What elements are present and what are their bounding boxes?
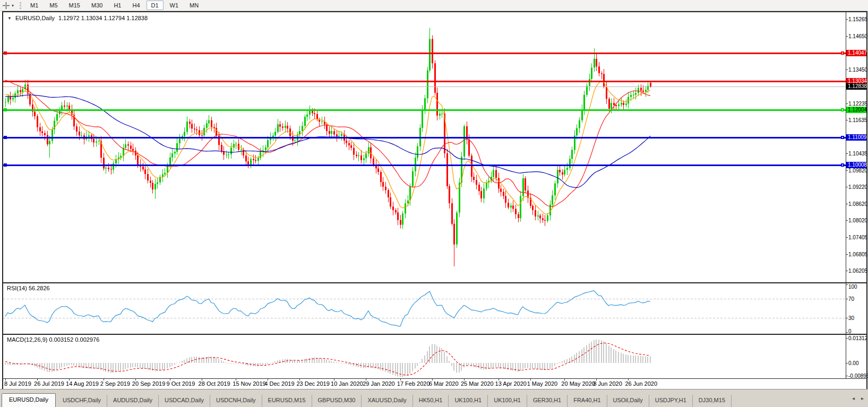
price-tick-mark <box>846 70 848 70</box>
rsi-canvas[interactable] <box>3 283 846 334</box>
rsi-tick-mark <box>846 318 848 318</box>
date-label: 26 Jul 2019 <box>34 380 64 387</box>
date-label: 2 Sep 2019 <box>100 380 130 387</box>
rsi-header: RSI(14) 56.2826 <box>7 285 50 291</box>
timeframe-button-m5[interactable]: M5 <box>45 1 62 10</box>
price-tick-label: 1.09220 <box>848 184 867 190</box>
price-chart-canvas[interactable] <box>3 12 846 282</box>
top-toolbar: ▾ M1M5M15M30H1H4D1W1MN <box>0 0 868 11</box>
price-tick-mark <box>846 271 848 271</box>
chart-tab-audusd-daily[interactable]: AUDUSD,Daily <box>107 395 159 407</box>
price-line-label: 1.11009 <box>846 134 866 141</box>
chart-window: ▼ EURUSD,Daily 1.12972 1.13034 1.12794 1… <box>2 11 867 389</box>
macd-tick-label: 0.01312 <box>848 335 867 341</box>
timeframe-button-m15[interactable]: M15 <box>64 1 85 10</box>
rsi-tick-mark <box>846 284 848 285</box>
price-tick-mark <box>846 204 848 204</box>
date-label: 20 Sep 2019 <box>132 380 165 387</box>
timeframe-buttons: M1M5M15M30H1H4D1W1MN <box>25 1 203 10</box>
date-label: 10 Jan 2020 <box>331 380 363 387</box>
symbol-label: EURUSD,Daily <box>15 15 55 21</box>
price-line-label: 1.12004 <box>846 107 866 113</box>
price-tick-mark <box>846 19 848 20</box>
rsi-tick-label: 70 <box>848 296 854 302</box>
macd-pane: MACD(12,26,9) 0.003152 0.002976 0.013120… <box>3 334 866 378</box>
rsi-tick-mark <box>846 299 848 299</box>
chart-tab-uk100-h1[interactable]: UK100,H1 <box>449 395 488 407</box>
chart-tab-gbpusd-m30[interactable]: GBPUSD,M30 <box>312 395 362 407</box>
timeframe-button-h1[interactable]: H1 <box>109 1 126 10</box>
date-label: 8 Jun 2020 <box>593 380 622 387</box>
price-tick-mark <box>846 153 848 154</box>
chart-tab-ger30-h1[interactable]: GER30,H1 <box>527 395 568 407</box>
chart-tab-uk100-h1[interactable]: UK100,H1 <box>488 395 527 407</box>
timeframe-button-m30[interactable]: M30 <box>87 1 107 10</box>
price-tick-label: 1.12235 <box>848 100 867 106</box>
chart-tab-usoil-daily[interactable]: USOil,Daily <box>607 395 649 407</box>
price-tick-label: 1.10435 <box>848 150 867 156</box>
chart-tab-fra40-h1[interactable]: FRA40,H1 <box>568 395 607 407</box>
price-pane: ▼ EURUSD,Daily 1.12972 1.13034 1.12794 1… <box>3 12 866 282</box>
date-label: 8 Jul 2019 <box>4 380 31 387</box>
chart-tab-dj30-m15[interactable]: DJ30,M15 <box>693 395 732 407</box>
timeframe-button-m1[interactable]: M1 <box>25 1 43 10</box>
crosshair-tool-icon[interactable] <box>2 1 10 10</box>
chart-tab-hk50-h1[interactable]: HK50,H1 <box>413 395 449 407</box>
price-tick-label: 1.06805 <box>848 251 867 257</box>
date-label: 28 Oct 2019 <box>199 380 230 387</box>
macd-header: MACD(12,26,9) 0.003152 0.002976 <box>7 336 99 343</box>
price-tick-mark <box>846 187 848 187</box>
chart-title: ▼ EURUSD,Daily 1.12972 1.13034 1.12794 1… <box>7 15 148 21</box>
tab-scroll-arrows: ◂ ▸ <box>852 395 864 401</box>
chart-tab-bar: EURUSD,DailyUSDCHF,DailyAUDUSD,DailyUSDC… <box>0 389 868 407</box>
date-label: 14 Aug 2019 <box>66 380 99 387</box>
price-line-label: 1.10008 <box>846 162 866 168</box>
rsi-tick-label: 100 <box>848 284 857 290</box>
timeframe-button-w1[interactable]: W1 <box>165 1 184 10</box>
rsi-axis[interactable]: 10070300 <box>846 283 866 334</box>
tab-scroll-left-icon[interactable]: ◂ <box>852 395 855 401</box>
price-tick-label: 1.15265 <box>848 16 867 22</box>
macd-canvas[interactable] <box>3 335 846 378</box>
macd-axis[interactable]: 0.013120.00-0.00893 <box>846 335 866 378</box>
chart-tab-eurusd-daily[interactable]: EURUSD,Daily <box>2 393 56 407</box>
price-tick-label: 1.06205 <box>848 268 867 274</box>
date-label: 15 Nov 2019 <box>233 380 265 387</box>
chart-tab-usdchf-daily[interactable]: USDCHF,Daily <box>57 395 107 407</box>
timeframe-button-mn[interactable]: MN <box>185 1 203 10</box>
date-label: 20 May 2020 <box>561 380 595 387</box>
price-tick-mark <box>846 120 848 120</box>
date-label: 13 Apr 2020 <box>495 380 527 387</box>
price-tick-label: 1.08020 <box>848 218 867 223</box>
price-axis[interactable]: 1.152651.146501.134501.122351.116351.104… <box>846 12 866 282</box>
rsi-tick-label: 30 <box>848 315 854 321</box>
collapse-icon[interactable]: ▼ <box>7 16 12 21</box>
chart-tab-eurusd-m15[interactable]: EURUSD,M15 <box>262 395 312 407</box>
date-label: 6 Mar 2020 <box>429 380 459 387</box>
date-label: 4 Dec 2019 <box>264 380 294 387</box>
chart-tab-xauusd-daily[interactable]: XAUUSD,Daily <box>362 395 412 407</box>
date-label: 25 Mar 2020 <box>461 380 494 387</box>
chart-tab-usdcnh-daily[interactable]: USDCNH,Daily <box>210 395 262 407</box>
date-label: 9 Oct 2019 <box>167 380 195 387</box>
tool-dropdown-icon[interactable]: ▾ <box>10 3 15 8</box>
price-tick-label: 1.07405 <box>848 235 867 240</box>
price-tick-mark <box>846 103 848 104</box>
chart-tab-usdjpy-h1[interactable]: USDJPY,H1 <box>649 395 693 407</box>
price-line-label: 1.14047 <box>846 50 866 56</box>
price-tick-label: 1.08620 <box>848 201 867 206</box>
date-axis[interactable]: 8 Jul 201926 Jul 201914 Aug 20192 Sep 20… <box>3 378 866 389</box>
timeframe-button-h4[interactable]: H4 <box>127 1 144 10</box>
price-tick-label: 1.14650 <box>848 33 867 39</box>
toolbar-grip[interactable] <box>20 2 21 9</box>
rsi-tick-label: 0 <box>848 328 852 334</box>
price-tick-mark <box>846 36 848 37</box>
price-tick-mark <box>846 254 848 255</box>
tab-scroll-right-icon[interactable]: ▸ <box>861 395 864 401</box>
date-label: 26 Jun 2020 <box>625 380 657 387</box>
timeframe-button-d1[interactable]: D1 <box>147 1 164 10</box>
macd-tick-label: 0.00 <box>848 360 858 366</box>
current-price-label: 1.12838 <box>846 83 866 90</box>
chart-tab-usdcad-daily[interactable]: USDCAD,Daily <box>159 395 210 407</box>
price-tick-mark <box>846 237 848 238</box>
